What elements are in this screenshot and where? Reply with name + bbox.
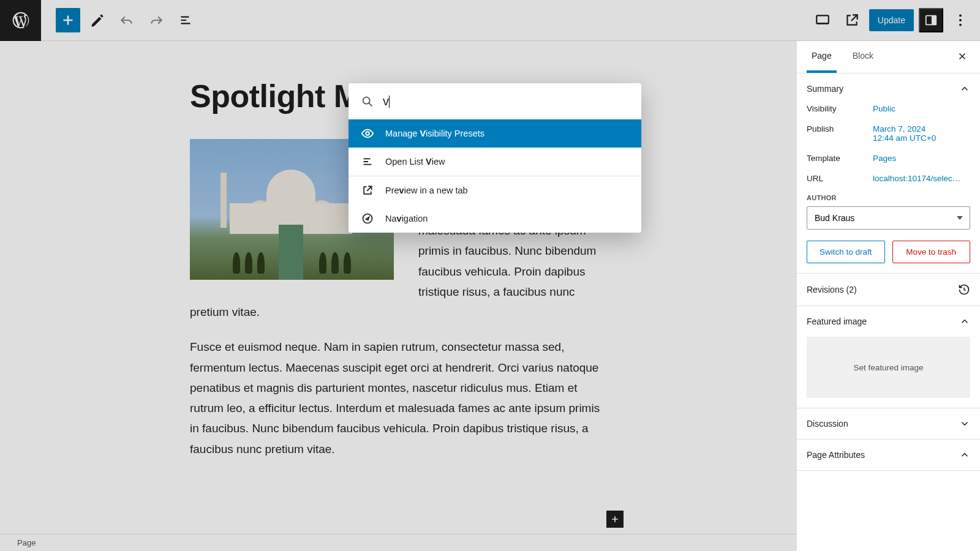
url-value[interactable]: localhost:10174/selec… (873, 174, 970, 183)
svg-point-7 (366, 132, 369, 135)
tab-page[interactable]: Page (807, 41, 837, 73)
summary-panel-toggle[interactable]: Summary (797, 73, 980, 104)
discussion-heading: Discussion (807, 419, 848, 429)
view-button[interactable] (810, 8, 835, 32)
update-button[interactable]: Update (869, 9, 914, 31)
svg-rect-2 (932, 16, 936, 25)
chevron-up-icon (959, 83, 970, 94)
add-block-button[interactable] (56, 8, 80, 32)
url-label: URL (807, 174, 868, 183)
history-icon (958, 283, 970, 296)
search-icon (361, 95, 374, 108)
command-palette: v Manage Visibility Presets Open List Vi… (349, 83, 641, 233)
chevron-up-icon (959, 316, 970, 327)
wordpress-logo[interactable] (0, 0, 41, 41)
preview-external-button[interactable] (840, 8, 864, 32)
switch-to-draft-button[interactable]: Switch to draft (807, 241, 885, 263)
publish-label: Publish (807, 124, 868, 133)
svg-rect-0 (816, 15, 829, 23)
settings-button[interactable] (919, 8, 943, 32)
visibility-label: Visibility (807, 104, 868, 113)
eye-icon (361, 127, 374, 140)
summary-heading: Summary (807, 84, 843, 94)
svg-point-5 (959, 24, 962, 26)
undo-button[interactable] (115, 8, 139, 32)
tab-block[interactable]: Block (848, 41, 878, 73)
template-label: Template (807, 154, 868, 163)
settings-sidebar: Page Block Summary Visibility Public Pub… (796, 41, 980, 551)
external-icon (361, 184, 374, 197)
revisions-heading: Revisions (2) (807, 285, 857, 294)
paragraph-block[interactable]: Fusce et euismod neque. Nam in sapien ru… (190, 337, 606, 459)
svg-point-6 (363, 97, 370, 103)
page-attributes-heading: Page Attributes (807, 450, 865, 460)
publish-value[interactable]: March 7, 202412:44 am UTC+0 (873, 124, 970, 143)
command-item-list-view[interactable]: Open List View (349, 148, 641, 176)
svg-point-4 (959, 19, 962, 21)
author-select[interactable]: Bud Kraus (807, 206, 970, 230)
list-icon (361, 155, 374, 168)
featured-image-panel-toggle[interactable]: Featured image (797, 306, 980, 337)
move-to-trash-button[interactable]: Move to trash (892, 241, 971, 263)
close-sidebar-button[interactable] (954, 48, 970, 66)
tools-button[interactable] (85, 8, 110, 32)
template-value[interactable]: Pages (873, 154, 970, 163)
compass-icon (361, 212, 374, 225)
redo-button[interactable] (144, 8, 168, 32)
editor-footer: Page (0, 534, 796, 551)
revisions-panel-toggle[interactable]: Revisions (2) (797, 274, 980, 305)
command-item-visibility-presets[interactable]: Manage Visibility Presets (349, 119, 641, 148)
chevron-up-icon (959, 449, 970, 460)
command-search-row: v (349, 83, 641, 119)
command-item-preview-new-tab[interactable]: Preview in a new tab (349, 176, 641, 204)
options-button[interactable] (948, 8, 973, 32)
chevron-down-icon (959, 418, 970, 429)
document-overview-button[interactable] (173, 8, 198, 32)
author-label: AUTHOR (807, 194, 970, 201)
svg-point-3 (959, 14, 962, 17)
breadcrumb[interactable]: Page (17, 538, 36, 547)
page-attributes-panel-toggle[interactable]: Page Attributes (797, 440, 980, 470)
add-block-inline-button[interactable] (606, 511, 624, 528)
editor-toolbar: Update (0, 0, 980, 41)
discussion-panel-toggle[interactable]: Discussion (797, 408, 980, 439)
set-featured-image-button[interactable]: Set featured image (807, 337, 970, 398)
command-item-navigation[interactable]: Navigation (349, 204, 641, 233)
visibility-value[interactable]: Public (873, 104, 970, 113)
command-search-input[interactable]: v (383, 94, 390, 108)
featured-image-heading: Featured image (807, 317, 867, 326)
